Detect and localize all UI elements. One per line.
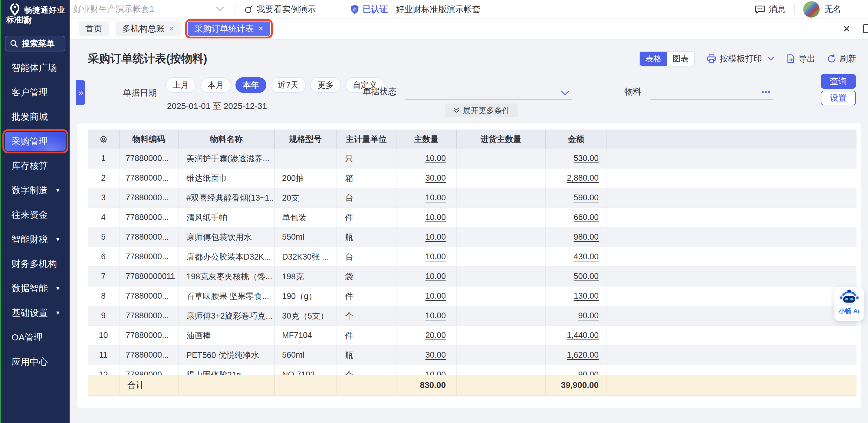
amount-link[interactable]: 530.00 (574, 154, 599, 163)
cell-filler (607, 306, 857, 325)
sidebar-item[interactable]: 数据智能 (1, 276, 70, 301)
table-row: 1 77880000... 美润护手霜(渗透滋养... 只 10.00 530.… (88, 149, 857, 168)
sidebar-item[interactable]: 往来资金 (1, 203, 70, 227)
sidebar-item[interactable]: OA管理 (1, 325, 70, 350)
sidebar-item[interactable]: 数字制造 (1, 178, 70, 203)
more-options-icon[interactable] (761, 87, 770, 97)
query-button[interactable]: 查询 (821, 74, 856, 89)
status-filter-input[interactable] (406, 84, 572, 100)
row-number: 1 (88, 149, 120, 168)
assistant-label: 小畅 Ai (839, 307, 860, 315)
cell-material-name: 康师傅包装饮用水 (179, 228, 275, 247)
tab[interactable]: 多机构总账 (116, 22, 181, 36)
sidebar-item[interactable]: 应用中心 (1, 350, 70, 374)
avatar[interactable] (803, 1, 819, 18)
table-row: 6 77880000... 唐都办公胶装本D32K... D32K30张 ...… (88, 247, 857, 267)
cell-material-code: 77880000... (120, 346, 179, 365)
amount-link[interactable]: 660.00 (574, 213, 599, 222)
fullscreen-icon[interactable] (863, 24, 868, 33)
cell-material-code: 77880000... (120, 326, 179, 345)
report-table: 物料编码 物料名称 规格型号 主计量单位 主数量 进货主数量 金额 1 7788… (78, 124, 861, 408)
qty-link[interactable]: 10.00 (425, 311, 446, 320)
cell-material-code: 77880000... (120, 306, 179, 325)
view-table-button[interactable]: 表格 (640, 52, 667, 66)
tab[interactable]: 首页 (79, 22, 109, 36)
qty-link[interactable]: 10.00 (425, 291, 446, 301)
cell-qty: 20.00 (397, 326, 457, 345)
col-header-unit: 主计量单位 (337, 130, 397, 149)
qty-link[interactable]: 20.00 (425, 331, 446, 340)
ai-assistant-widget[interactable]: 小畅 Ai (834, 287, 864, 321)
date-preset-label: 近7天 (278, 79, 299, 91)
cell-material-name: 唐都办公胶装本D32K... (179, 247, 275, 266)
export-button[interactable]: 导出 (786, 53, 815, 64)
demo-link[interactable]: 我要看实例演示 (244, 4, 316, 15)
tab-label: 采购订单统计表 (194, 23, 254, 34)
qty-link[interactable]: 10.00 (425, 154, 446, 163)
cell-unit: 箱 (337, 168, 397, 188)
account-set-select[interactable]: 好业财生产演示帐套1 (73, 1, 226, 17)
cell-material-name: 百草味腰果 坚果零食... (179, 287, 275, 305)
amount-link[interactable]: 590.00 (574, 193, 599, 202)
sidebar-item[interactable]: 基础设置 (1, 301, 70, 325)
sidebar-item[interactable]: 批发商城 (1, 105, 70, 129)
qty-link[interactable]: 30.00 (425, 350, 446, 360)
qty-link[interactable]: 10.00 (425, 370, 446, 375)
date-preset-pill[interactable]: 本月 (200, 77, 231, 93)
date-preset-pill[interactable]: 更多 (310, 77, 341, 93)
material-filter-input[interactable] (650, 84, 773, 100)
cell-filler (607, 326, 857, 345)
amount-link[interactable]: 430.00 (574, 252, 599, 261)
qty-link[interactable]: 10.00 (425, 252, 446, 261)
messages-button[interactable]: 消息 (755, 4, 786, 15)
menu-search-input[interactable]: 搜索菜单 (5, 36, 65, 52)
close-icon[interactable] (258, 25, 263, 33)
cell-material-code: 77880000011 (120, 267, 179, 286)
qty-link[interactable]: 10.00 (425, 193, 446, 202)
chevron-down-icon[interactable] (561, 91, 569, 96)
expand-more-conditions[interactable]: 展开更多条件 (445, 103, 518, 118)
print-label: 按模板打印 (720, 53, 762, 64)
qty-link[interactable]: 10.00 (425, 232, 446, 242)
settings-button[interactable]: 设置 (821, 91, 856, 105)
cell-unit: 台 (337, 188, 397, 207)
sidebar-item[interactable]: 库存核算 (1, 154, 70, 178)
cell-spec: 198克 (275, 267, 337, 286)
cell-filler (607, 287, 857, 305)
amount-link[interactable]: 130.00 (574, 291, 599, 301)
amount-link[interactable]: 90.00 (578, 370, 599, 375)
gear-icon[interactable] (99, 135, 108, 144)
sidebar-item[interactable]: 客户管理 (1, 80, 70, 105)
date-preset-pill[interactable]: 近7天 (271, 77, 306, 93)
user-name[interactable]: 无名 (825, 4, 841, 15)
cell-in-qty (457, 168, 546, 188)
col-header-filler (607, 130, 857, 149)
amount-link[interactable]: 90.00 (578, 311, 599, 320)
chevron-down-icon (768, 57, 774, 61)
refresh-button[interactable]: 刷新 (827, 53, 857, 64)
qty-link[interactable]: 10.00 (425, 272, 446, 281)
amount-link[interactable]: 2,880.00 (567, 173, 599, 183)
total-amount: 39,900.00 (546, 375, 607, 395)
qty-link[interactable]: 10.00 (425, 213, 446, 222)
expand-filter-button[interactable] (76, 80, 85, 105)
amount-link[interactable]: 500.00 (574, 272, 599, 281)
date-range-value[interactable]: 2025-01-01 至 2025-12-31 (167, 100, 267, 112)
sidebar-item-label: 智能财税 (11, 233, 48, 246)
sidebar-item[interactable]: 财务多机构 (1, 252, 70, 276)
sidebar-item[interactable]: 采购管理 (5, 132, 66, 151)
sidebar-item[interactable]: 智能财税 (1, 227, 70, 252)
amount-link[interactable]: 1,440.00 (567, 331, 599, 340)
amount-link[interactable]: 1,620.00 (567, 350, 599, 360)
print-button[interactable]: 按模板打印 (706, 53, 774, 64)
cell-spec (275, 149, 337, 168)
sidebar-item[interactable]: 智能体广场 (1, 56, 70, 80)
view-chart-button[interactable]: 图表 (667, 52, 694, 66)
amount-link[interactable]: 980.00 (574, 232, 599, 242)
tab[interactable]: 采购订单统计表 (188, 22, 270, 36)
close-icon[interactable] (169, 25, 174, 33)
qty-link[interactable]: 30.00 (425, 173, 446, 183)
close-all-icon[interactable] (843, 24, 850, 34)
date-preset-pill[interactable]: 上月 (165, 77, 196, 93)
date-preset-pill[interactable]: 本年 (236, 77, 266, 93)
